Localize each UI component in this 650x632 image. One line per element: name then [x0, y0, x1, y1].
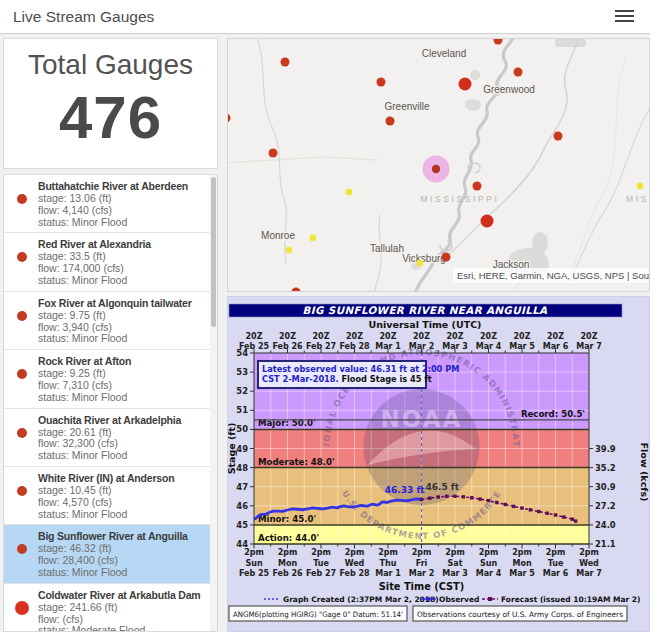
svg-text:Feb 26: Feb 26 — [272, 569, 303, 578]
svg-text:53: 53 — [236, 367, 248, 377]
gauge-status: status: Moderate Flood — [38, 625, 203, 632]
svg-text:Latest observed value: 46.31 f: Latest observed value: 46.31 ft at 2:00 … — [262, 364, 459, 374]
map-marker-action[interactable] — [417, 260, 424, 267]
list-scrollbar — [210, 175, 217, 631]
svg-text:Mar 2: Mar 2 — [409, 569, 435, 578]
svg-text:2pm: 2pm — [512, 548, 532, 557]
gauge-status: status: Minor Flood — [38, 275, 203, 287]
svg-text:2pm: 2pm — [311, 548, 331, 557]
total-gauges-title: Total Gauges — [4, 49, 217, 81]
state-label: MISSISSIPPI — [420, 194, 499, 204]
svg-text:Wed: Wed — [579, 559, 599, 568]
svg-text:Tue: Tue — [548, 559, 564, 568]
svg-text:20Z: 20Z — [380, 332, 397, 341]
svg-text:Mar 3: Mar 3 — [442, 569, 468, 578]
map-marker-flood[interactable] — [481, 215, 494, 228]
gauge-name: Ouachita River at Arkadelphia — [38, 414, 203, 427]
city-label: Tallulah — [370, 243, 404, 254]
map-marker-flood[interactable] — [281, 58, 290, 67]
svg-text:Mar 6: Mar 6 — [543, 569, 569, 578]
gauge-list-item[interactable]: Fox River at Algonquin tailwaterstage: 9… — [4, 292, 217, 350]
gauge-name: Coldwater River at Arkabutla Dam — [38, 589, 203, 602]
svg-text:20Z: 20Z — [480, 332, 497, 341]
gauge-status-dot — [17, 369, 27, 379]
gauge-status: status: Minor Flood — [38, 392, 203, 404]
svg-text:2pm: 2pm — [579, 548, 599, 557]
map-marker-action[interactable] — [346, 189, 353, 196]
svg-text:24.0: 24.0 — [595, 520, 616, 530]
svg-text:CST 2-Mar-2018. Flood Stage is: CST 2-Mar-2018. Flood Stage is 45 ft — [262, 374, 432, 384]
stage-axis-label: Stage (ft) — [228, 423, 237, 475]
gauge-list-item[interactable]: Rock River at Aftonstage: 9.25 (ft)flow:… — [4, 350, 217, 408]
svg-text:Wed: Wed — [345, 559, 365, 568]
svg-text:Action: 44.0': Action: 44.0' — [258, 533, 319, 543]
map-marker-flood[interactable] — [473, 182, 482, 191]
svg-text:2pm: 2pm — [445, 548, 465, 557]
gauge-stage: stage: 9.75 (ft) — [38, 310, 203, 322]
svg-text:Sun: Sun — [480, 559, 497, 568]
map-marker-flood[interactable] — [269, 149, 278, 158]
map-marker-flood[interactable] — [386, 117, 395, 126]
svg-text:20Z: 20Z — [346, 332, 363, 341]
svg-text:Feb 27: Feb 27 — [306, 569, 336, 578]
gauge-status-dot — [17, 544, 27, 554]
gauge-list: Buttahatchie River at Aberdeenstage: 13.… — [4, 175, 217, 632]
gauge-stage: stage: 241.66 (ft) — [38, 602, 203, 614]
gauge-list-item[interactable]: Buttahatchie River at Aberdeenstage: 13.… — [4, 175, 217, 233]
svg-text:Tue: Tue — [313, 559, 329, 568]
map-marker-flood[interactable] — [554, 132, 563, 141]
svg-text:Feb 25: Feb 25 — [239, 569, 270, 578]
gauge-status: status: Minor Flood — [38, 333, 203, 345]
svg-text:2pm: 2pm — [412, 548, 432, 557]
svg-text:Moderate: 48.0': Moderate: 48.0' — [258, 457, 335, 467]
map-marker-flood[interactable] — [442, 253, 451, 262]
gauge-status: status: Minor Flood — [38, 217, 203, 229]
list-scrollbar-thumb[interactable] — [211, 177, 216, 327]
svg-text:2pm: 2pm — [479, 548, 499, 557]
gauge-list-item[interactable]: Red River at Alexandriastage: 33.5 (ft)f… — [4, 233, 217, 291]
gauge-status-dot — [15, 601, 29, 615]
svg-text:Sun: Sun — [245, 559, 262, 568]
gauge-name: Fox River at Algonquin tailwater — [38, 297, 203, 310]
gauge-status: status: Minor Flood — [38, 450, 203, 462]
map-marker-flood[interactable] — [377, 78, 386, 87]
state-label: MISSISS — [626, 194, 649, 204]
gauge-list-item[interactable]: Coldwater River at Arkabutla Damstage: 2… — [4, 584, 217, 632]
svg-text:Forecast (issued 10:19AM Mar 2: Forecast (issued 10:19AM Mar 2) — [501, 595, 641, 604]
gauge-list-item[interactable]: Ouachita River at Arkadelphiastage: 20.6… — [4, 409, 217, 467]
svg-text:Mar 7: Mar 7 — [576, 569, 602, 578]
gauge-status: status: Minor Flood — [38, 509, 203, 521]
gauge-status-dot — [17, 428, 27, 438]
city-label: Greenville — [384, 101, 429, 112]
forecast-peak-label: 46.5 ft — [425, 482, 459, 492]
svg-text:51: 51 — [236, 405, 248, 415]
svg-text:20Z: 20Z — [447, 332, 464, 341]
gauge-list-item[interactable]: White River (IN) at Andersonstage: 10.45… — [4, 467, 217, 525]
svg-text:45: 45 — [236, 520, 248, 530]
city-label: Cleveland — [422, 48, 466, 59]
map-marker-action[interactable] — [637, 183, 644, 190]
gauge-list-panel: Buttahatchie River at Aberdeenstage: 13.… — [3, 174, 218, 632]
svg-text:27.2: 27.2 — [595, 501, 616, 511]
hamburger-menu-icon[interactable] — [615, 10, 634, 23]
map-marker-selected[interactable] — [432, 165, 440, 173]
map-canvas[interactable]: MISSISSIPPIMISSISS ClevelandGreenwoodGre… — [228, 39, 649, 291]
svg-text:20Z: 20Z — [547, 332, 564, 341]
map-marker-flood[interactable] — [459, 78, 472, 91]
total-gauges-count: 476 — [4, 83, 217, 152]
gauge-status-dot — [17, 486, 27, 496]
map-marker-action[interactable] — [286, 247, 293, 254]
chart-top-axis-label: Universal Time (UTC) — [369, 319, 482, 330]
svg-text:20Z: 20Z — [514, 332, 531, 341]
svg-text:47: 47 — [236, 482, 248, 492]
svg-text:Sat: Sat — [448, 559, 463, 568]
gauge-flow: flow: 4,140 (cfs) — [38, 205, 203, 217]
gauge-flow: flow: 7,310 (cfs) — [38, 380, 203, 392]
map-marker-action[interactable] — [310, 235, 317, 242]
gauge-status-dot — [17, 252, 27, 262]
map-marker-flood[interactable] — [514, 68, 523, 77]
svg-text:50: 50 — [236, 424, 248, 434]
gauge-list-item[interactable]: Big Sunflower River at Anguillastage: 46… — [4, 525, 217, 583]
svg-text:Minor: 45.0': Minor: 45.0' — [258, 514, 316, 524]
svg-text:Thu: Thu — [380, 559, 397, 568]
